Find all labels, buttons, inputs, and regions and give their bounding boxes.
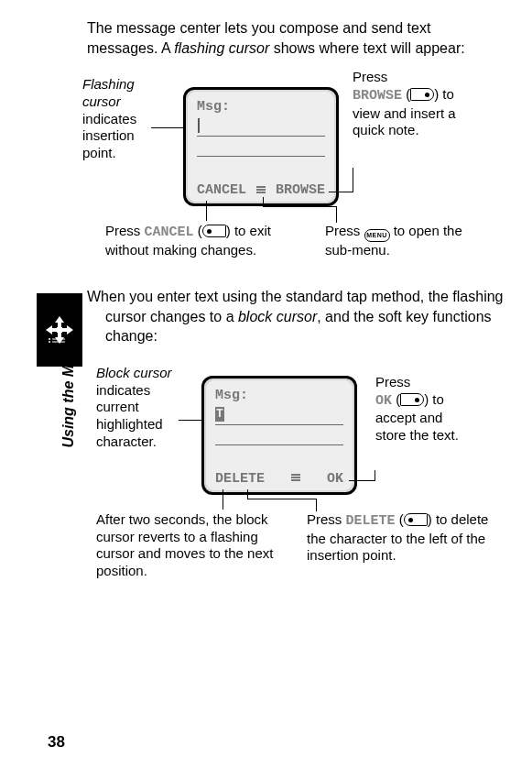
- leader-line: [223, 489, 223, 510]
- svg-rect-4: [57, 327, 62, 333]
- phone-screen-2: Msg: T DELETE OK: [201, 376, 357, 495]
- right-softkey-icon: [410, 88, 434, 101]
- page-number: 38: [48, 733, 65, 752]
- leader-line: [349, 480, 375, 481]
- leader-line: [263, 206, 336, 207]
- text-input-line: [197, 116, 325, 137]
- leader-line: [316, 499, 317, 511]
- section-label: Using the Menu: [60, 334, 77, 453]
- leader-line: [247, 489, 248, 499]
- leader-line: [263, 197, 264, 206]
- flashing-cursor-icon: [198, 118, 200, 133]
- callout-block-cursor: Block cursor indicates current highlight…: [96, 365, 188, 451]
- leader-line: [329, 192, 353, 192]
- figure-1: Flashing cursor indicates insertion poin…: [87, 76, 505, 259]
- svg-marker-0: [55, 316, 64, 328]
- callout-revert: After two seconds, the block cursor reve…: [96, 511, 288, 580]
- menu-icon: [256, 186, 266, 195]
- msg-label: Msg:: [215, 388, 343, 403]
- callout-menu: Press MENU to open the sub-menu.: [325, 223, 490, 259]
- intro-paragraph-1: The message center lets you compose and …: [87, 18, 505, 58]
- menu-button-icon: MENU: [364, 229, 390, 242]
- svg-point-5: [49, 338, 50, 340]
- leader-line: [247, 499, 316, 499]
- softkey-delete: DELETE: [215, 471, 265, 487]
- text-input-line: T: [215, 405, 343, 425]
- softkey-cancel: CANCEL: [197, 182, 246, 198]
- menu-icon: [291, 474, 300, 483]
- leader-line: [206, 201, 207, 221]
- callout-delete: Press DELETE () to delete the character …: [307, 511, 490, 565]
- svg-point-6: [49, 341, 50, 343]
- callout-browse: Press BROWSE () to view and insert a qui…: [353, 69, 472, 139]
- left-softkey-icon: [404, 513, 428, 526]
- svg-marker-2: [46, 325, 58, 335]
- phone-screen-1: Msg: CANCEL BROWSE: [183, 87, 339, 206]
- intro-paragraph-2: When you enter text using the standard t…: [87, 287, 505, 346]
- side-tab: Using the Menu: [37, 293, 82, 513]
- callout-cancel: Press CANCEL () to exit without making c…: [105, 223, 316, 259]
- block-cursor-icon: T: [215, 407, 224, 422]
- msg-label: Msg:: [197, 99, 325, 115]
- softkey-browse: BROWSE: [276, 182, 325, 198]
- leader-line: [353, 168, 353, 192]
- callout-ok: Press OK () to accept and store the text…: [375, 374, 476, 444]
- leader-line: [375, 470, 375, 481]
- figure-2: Block cursor indicates current highlight…: [87, 365, 505, 612]
- left-softkey-icon: [202, 225, 226, 237]
- callout-flashing-cursor: Flashing cursor indicates insertion poin…: [82, 76, 160, 162]
- right-softkey-icon: [400, 393, 424, 406]
- softkey-ok: OK: [327, 471, 343, 487]
- leader-line: [336, 206, 337, 223]
